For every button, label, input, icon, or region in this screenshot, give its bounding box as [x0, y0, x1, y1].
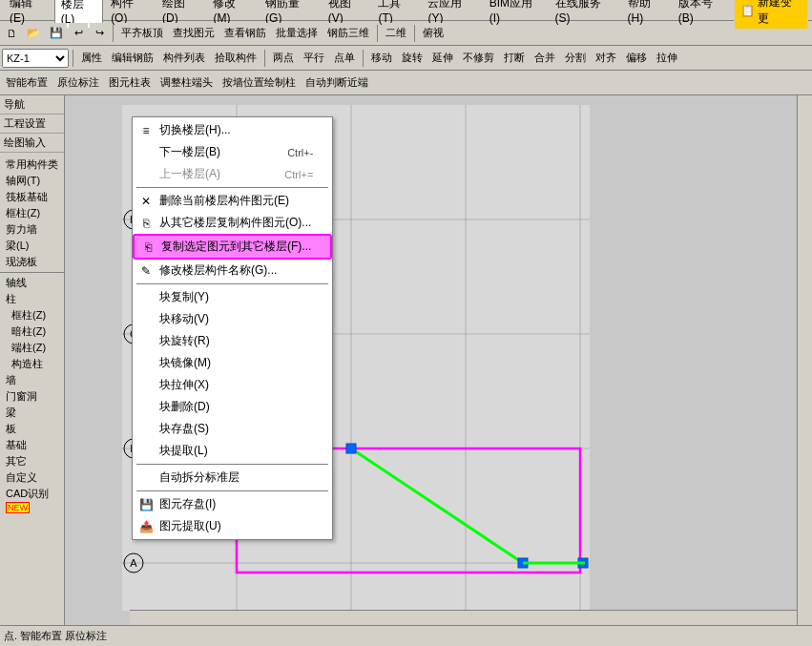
menu-bim[interactable]: BIM应用(I) — [484, 0, 548, 27]
sidebar-raft[interactable]: 筏板基础 — [0, 189, 64, 205]
sidebar-wall-group[interactable]: 墙 — [0, 372, 64, 388]
new-change-button[interactable]: 📋 新建变更 — [734, 0, 808, 30]
tb-point[interactable]: 点单 — [330, 48, 359, 69]
sidebar-dz[interactable]: 端柱(Z) — [0, 340, 64, 356]
tb-col-table[interactable]: 图元柱表 — [105, 73, 155, 94]
tb-save[interactable]: 💾 — [46, 23, 67, 44]
tb-undo[interactable]: ↩ — [69, 23, 88, 44]
dd-block-rotate[interactable]: 块旋转(R) — [133, 330, 332, 352]
tb-align[interactable]: 对齐 — [592, 48, 620, 69]
menu-help[interactable]: 帮助(H) — [622, 0, 671, 27]
dd-copy-to[interactable]: ⎗ 复制选定图元到其它楼层(F)... — [133, 234, 332, 260]
dd-block-mirror[interactable]: 块镜像(M) — [133, 352, 332, 374]
dd-rename[interactable]: ✎ 修改楼层构件名称(G)... — [133, 260, 332, 281]
tb-orig-mark[interactable]: 原位标注 — [53, 73, 103, 94]
tb-smart-layout[interactable]: 智能布置 — [2, 73, 52, 94]
dd-extract-element[interactable]: 📤 图元提取(U) — [133, 515, 332, 537]
sidebar-slab[interactable]: 现浇板 — [0, 254, 64, 270]
canvas-area: D C B A 3000 3000 3000 9000 3000 3000 30… — [65, 95, 812, 646]
sidebar-shear-wall[interactable]: 剪力墙 — [0, 221, 64, 238]
sidebar-draw-input[interactable]: 绘图输入 — [0, 134, 64, 153]
dd-delete-floor[interactable]: ✕ 删除当前楼层构件图元(E) — [133, 190, 332, 212]
dropdown-menu: ≡ 切换楼层(H)... 下一楼层(B) Ctrl+- 上一楼层(A) Ctrl… — [132, 116, 333, 540]
sidebar-other[interactable]: 其它 — [0, 453, 64, 469]
rename-icon: ✎ — [136, 264, 156, 278]
sidebar-nav[interactable]: 导航 — [0, 95, 64, 115]
dd-block-stretch[interactable]: 块拉伸(X) — [133, 374, 332, 396]
sidebar-custom[interactable]: 自定义 — [0, 469, 64, 486]
tb-rotate[interactable]: 旋转 — [398, 48, 427, 69]
dd-block-move[interactable]: 块移动(V) — [133, 308, 332, 330]
sidebar-beam[interactable]: 梁(L) — [0, 238, 64, 254]
menu-online[interactable]: 在线服务(S) — [550, 0, 620, 27]
tb-pick[interactable]: 拾取构件 — [211, 48, 260, 69]
horizontal-scrollbar[interactable] — [130, 610, 797, 625]
sidebar-col-group[interactable]: 柱 — [0, 291, 64, 307]
tb-wall-col[interactable]: 按墙位置绘制柱 — [219, 73, 300, 94]
sidebar-project-settings[interactable]: 工程设置 — [0, 115, 64, 134]
dd-prev-floor[interactable]: 上一楼层(A) Ctrl+= — [133, 163, 332, 185]
sep2 — [377, 25, 378, 42]
sidebar-beam2[interactable]: 梁 — [0, 405, 64, 421]
sidebar-struc-col[interactable]: 构造柱 — [0, 356, 64, 372]
sep4 — [73, 50, 73, 67]
tb-extend[interactable]: 延伸 — [428, 48, 457, 69]
sidebar-az[interactable]: 暗柱(Z) — [0, 323, 64, 340]
tb-move[interactable]: 移动 — [367, 48, 396, 69]
svg-rect-29 — [346, 444, 356, 453]
tb-redo[interactable]: ↪ — [90, 23, 109, 44]
tb-2d[interactable]: 二维 — [382, 23, 410, 44]
sep-dd3 — [136, 464, 328, 465]
dd-save-element[interactable]: 💾 图元存盘(I) — [133, 493, 332, 515]
sidebar-foundation[interactable]: 基础 — [0, 437, 64, 453]
menubar: 编辑(E) 楼层(L) 构件(O) 绘图(D) 修改(M) 钢筋量(G) 视图(… — [0, 0, 812, 21]
tb-batch-select[interactable]: 批量选择 — [272, 23, 322, 44]
dd-block-extract[interactable]: 块提取(L) — [133, 440, 332, 462]
extract-element-icon: 📤 — [136, 520, 156, 533]
dd-auto-split[interactable]: 自动拆分标准层 — [133, 467, 332, 489]
tb-find[interactable]: 查找图元 — [169, 23, 219, 44]
tb-rebar-3d[interactable]: 钢筋三维 — [323, 23, 373, 44]
tb-props[interactable]: 属性 — [77, 48, 106, 69]
shortcut-prev: Ctrl+= — [265, 169, 313, 180]
dd-next-floor[interactable]: 下一楼层(B) Ctrl+- — [133, 141, 332, 163]
sidebar-common[interactable]: 常用构件类 — [0, 156, 64, 173]
tb-view-rebar[interactable]: 查看钢筋 — [220, 23, 270, 44]
tb-split[interactable]: 分割 — [561, 48, 590, 69]
dd-block-copy[interactable]: 块复制(Y) — [133, 286, 332, 308]
dd-block-delete[interactable]: 块删除(D) — [133, 396, 332, 418]
sidebar: 导航 工程设置 绘图输入 常用构件类 轴网(T) 筏板基础 框柱(Z) 剪力墙 … — [0, 95, 65, 646]
tb-top-view[interactable]: 俯视 — [419, 23, 448, 44]
sidebar-kz[interactable]: 框柱(Z) — [0, 307, 64, 323]
sidebar-door-window[interactable]: 门窗洞 — [0, 388, 64, 405]
tb-no-trim[interactable]: 不修剪 — [459, 48, 498, 69]
sidebar-axis[interactable]: 轴网(T) — [0, 173, 64, 189]
tb-stretch[interactable]: 拉伸 — [653, 48, 681, 69]
sep-dd1 — [136, 187, 328, 188]
tb-open[interactable]: 📂 — [23, 23, 44, 44]
vertical-scrollbar[interactable] — [797, 95, 812, 625]
sep1 — [113, 25, 114, 42]
tb-new[interactable]: 🗋 — [2, 23, 21, 44]
dd-copy-from[interactable]: ⎘ 从其它楼层复制构件图元(O)... — [133, 212, 332, 234]
tb-parallel[interactable]: 平行 — [300, 48, 328, 69]
tb-component-list[interactable]: 构件列表 — [159, 48, 209, 69]
tb-adj-col-end[interactable]: 调整柱端头 — [156, 73, 217, 94]
tb-break[interactable]: 打断 — [500, 48, 529, 69]
tb-merge[interactable]: 合并 — [531, 48, 559, 69]
dd-switch-floor[interactable]: ≡ 切换楼层(H)... — [133, 119, 332, 141]
tb-auto-near[interactable]: 自动判断近端 — [302, 73, 372, 94]
menu-version[interactable]: 版本号(B) — [673, 0, 732, 27]
tb-edit-rebar[interactable]: 编辑钢筋 — [108, 48, 157, 69]
component-select[interactable]: KZ-1 — [2, 49, 69, 68]
tb-two-point[interactable]: 两点 — [269, 48, 298, 69]
sidebar-frame-col[interactable]: 框柱(Z) — [0, 205, 64, 221]
sidebar-cad[interactable]: CAD识别 NEW — [0, 486, 64, 513]
tb-flat-top[interactable]: 平齐板顶 — [117, 23, 167, 44]
copy-to-icon: ⎗ — [138, 240, 157, 254]
status-text: 点. 智能布置 原位标注 — [4, 629, 107, 643]
sidebar-axis-group[interactable]: 轴线 — [0, 275, 64, 291]
tb-offset[interactable]: 偏移 — [622, 48, 651, 69]
dd-block-save[interactable]: 块存盘(S) — [133, 418, 332, 440]
sidebar-slab2[interactable]: 板 — [0, 421, 64, 437]
